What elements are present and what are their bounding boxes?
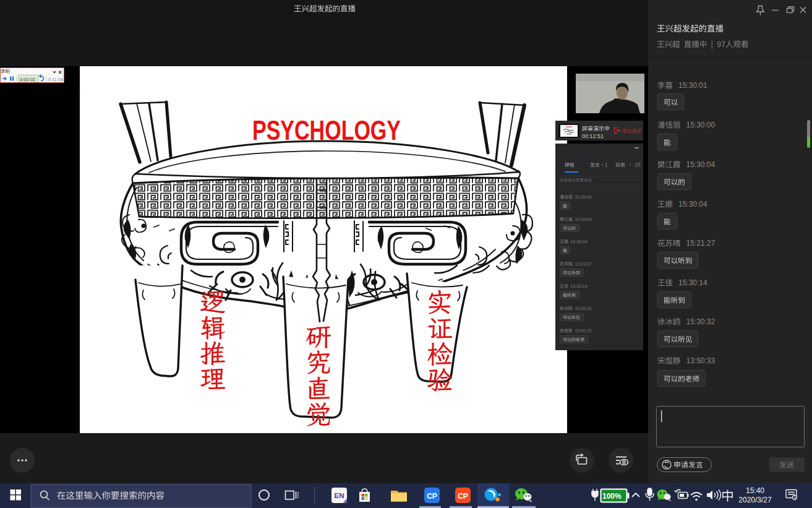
svg-text:PSYCHOLOGY: PSYCHOLOGY — [252, 114, 401, 146]
